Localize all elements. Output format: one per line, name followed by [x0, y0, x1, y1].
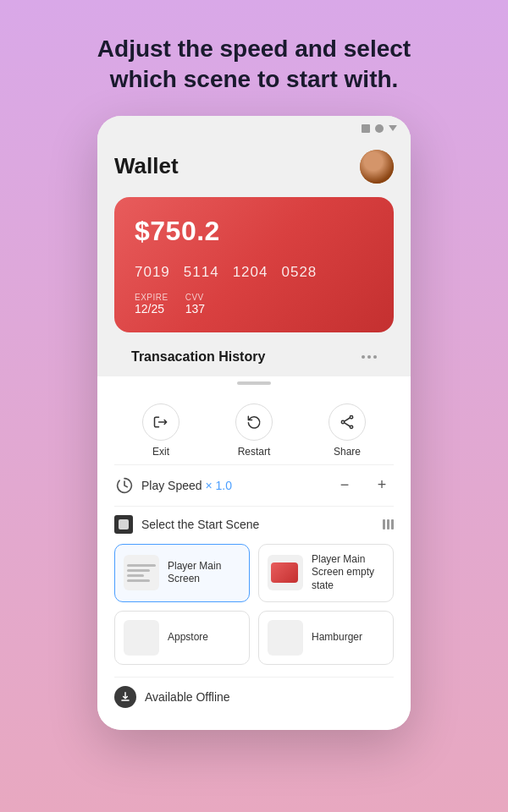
- scene-select-label: Select the Start Scene: [141, 518, 383, 531]
- topbar-square-icon: [362, 124, 370, 133]
- scene-section-header: Select the Start Scene: [114, 506, 394, 544]
- speed-value: × 1.0: [206, 479, 233, 492]
- card-num-1: 7019: [135, 264, 170, 281]
- scene-thumb-player-empty: [268, 555, 303, 590]
- offline-row: Available Offline: [114, 677, 394, 716]
- topbar-chevron-icon: [389, 125, 397, 131]
- scene-name-player-empty: Player Main Screen empty state: [312, 553, 384, 593]
- scene-name-player-main: Player Main Screen: [168, 560, 240, 586]
- transaction-header: Transacation History: [114, 349, 394, 376]
- share-button[interactable]: Share: [329, 403, 366, 458]
- bottom-panel: Exit Restart Share: [97, 390, 411, 730]
- restart-button[interactable]: Restart: [235, 403, 273, 458]
- more-options-icon[interactable]: [362, 355, 377, 359]
- avatar-image: [360, 150, 394, 184]
- restart-label: Restart: [238, 446, 271, 458]
- headline-line1: Adjust the speed and select: [97, 36, 411, 62]
- svg-point-2: [350, 425, 352, 428]
- scene-item-player-main[interactable]: Player Main Screen: [114, 544, 250, 602]
- credit-card: $750.2 7019 5114 1204 0528 EXPIRE 12/25 …: [114, 197, 394, 332]
- share-label: Share: [334, 446, 361, 458]
- scene-icon: [114, 515, 133, 534]
- scene-name-appstore: Appstore: [168, 631, 208, 645]
- speed-icon: [114, 475, 135, 496]
- cvv-detail: CVV 137: [185, 293, 205, 315]
- svg-point-0: [350, 415, 352, 418]
- expire-label: EXPIRE: [135, 293, 168, 302]
- phone-topbar: [97, 116, 411, 136]
- svg-line-4: [345, 423, 351, 426]
- grid-view-icon[interactable]: [383, 519, 394, 529]
- card-details: EXPIRE 12/25 CVV 137: [135, 293, 373, 315]
- play-speed-label: Play Speed × 1.0: [141, 479, 333, 492]
- wallet-header: Wallet: [114, 150, 394, 184]
- svg-line-3: [345, 418, 351, 421]
- cvv-label: CVV: [185, 293, 205, 302]
- scene-item-hamburger[interactable]: Hamburger: [258, 611, 394, 665]
- cvv-value: 137: [185, 302, 205, 315]
- play-speed-row: Play Speed × 1.0 − +: [114, 464, 394, 506]
- offline-label: Available Offline: [145, 690, 230, 704]
- scene-thumb-appstore: [124, 620, 159, 656]
- speed-decrease-button[interactable]: −: [333, 474, 356, 497]
- card-number: 7019 5114 1204 0528: [135, 264, 373, 281]
- exit-icon: [152, 414, 169, 431]
- svg-rect-5: [119, 519, 129, 529]
- wallet-screen: Wallet $750.2 7019 5114 1204 0528 EXPIRE…: [97, 136, 411, 376]
- headline-line2: which scene to start with.: [110, 66, 399, 92]
- scene-item-appstore[interactable]: Appstore: [114, 611, 250, 665]
- avatar: [360, 150, 394, 184]
- card-num-4: 0528: [281, 264, 317, 281]
- card-num-3: 1204: [233, 264, 268, 281]
- scene-thumb-player-main: [124, 555, 159, 590]
- scene-item-player-empty[interactable]: Player Main Screen empty state: [258, 544, 394, 602]
- card-num-2: 5114: [184, 264, 219, 281]
- phone-mockup: Wallet $750.2 7019 5114 1204 0528 EXPIRE…: [97, 116, 411, 730]
- topbar-circle-icon: [375, 124, 384, 133]
- scene-grid: Player Main Screen Player Main Screen em…: [114, 544, 394, 665]
- speed-increase-button[interactable]: +: [370, 474, 394, 497]
- exit-button[interactable]: Exit: [142, 403, 179, 458]
- card-balance: $750.2: [135, 216, 373, 247]
- expire-detail: EXPIRE 12/25: [135, 293, 168, 315]
- restart-icon: [246, 414, 262, 431]
- scene-thumb-hamburger: [268, 620, 303, 656]
- scroll-indicator: [97, 376, 411, 390]
- speed-controls: − +: [333, 474, 394, 497]
- offline-download-icon: [114, 686, 136, 708]
- exit-label: Exit: [152, 446, 169, 458]
- svg-point-1: [341, 420, 344, 423]
- wallet-title: Wallet: [114, 153, 179, 179]
- transaction-title: Transacation History: [131, 349, 265, 365]
- share-icon: [339, 414, 356, 431]
- headline: Adjust the speed and select which scene …: [55, 0, 453, 116]
- action-row: Exit Restart Share: [114, 390, 394, 464]
- scene-name-hamburger: Hamburger: [312, 631, 362, 645]
- expire-value: 12/25: [135, 302, 168, 315]
